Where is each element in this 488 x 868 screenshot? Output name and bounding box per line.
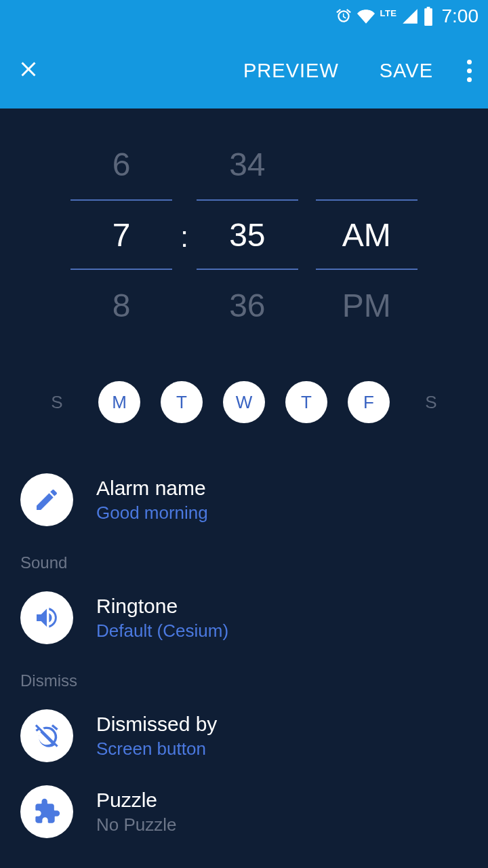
alarm-off-icon [20,709,73,762]
alarm-name-value: Good morning [96,502,468,524]
alarm-name-title: Alarm name [96,477,468,500]
puzzle-title: Puzzle [96,789,468,812]
status-bar: LTE 7:00 [0,0,488,33]
day-2[interactable]: T [161,381,203,423]
ringtone-row[interactable]: Ringtone Default (Cesium) [20,582,468,658]
minute-wheel[interactable]: 34 35 36 [197,129,298,340]
ampm-selected: AM [316,199,418,270]
sound-header: Sound [20,540,468,582]
battery-icon [423,7,434,26]
puzzle-icon [20,785,73,838]
minute-prev: 34 [197,129,298,199]
day-6[interactable]: S [410,381,452,423]
app-bar: PREVIEW SAVE [0,33,488,108]
dismiss-header: Dismiss [20,658,468,700]
status-time: 7:00 [442,5,479,27]
ampm-wheel[interactable]: AM PM [316,129,418,340]
save-button[interactable]: SAVE [359,60,453,82]
ampm-prev [316,129,418,199]
signal-icon [401,7,419,25]
ringtone-value: Default (Cesium) [96,620,468,642]
settings-list: Alarm name Good morning Sound Ringtone D… [0,464,488,852]
day-0[interactable]: S [36,381,78,423]
preview-button[interactable]: PREVIEW [223,60,359,82]
pencil-icon [20,473,73,526]
time-colon: : [180,129,188,340]
alarm-icon [335,7,352,25]
day-4[interactable]: T [285,381,327,423]
day-1[interactable]: M [98,381,140,423]
puzzle-value: No Puzzle [96,814,468,835]
dismissed-by-value: Screen button [96,738,468,760]
time-picker[interactable]: 6 7 8 : 34 35 36 AM PM [0,108,488,381]
day-3[interactable]: W [223,381,265,423]
minute-next: 36 [197,270,298,340]
hour-wheel[interactable]: 6 7 8 [70,129,172,340]
hour-selected: 7 [70,199,172,270]
days-row: SMTWTFS [0,381,488,464]
overflow-icon[interactable] [453,60,472,82]
network-label: LTE [380,8,396,18]
ampm-next: PM [316,270,418,340]
ringtone-title: Ringtone [96,595,468,618]
hour-prev: 6 [70,129,172,199]
close-icon[interactable] [16,57,41,84]
alarm-name-row[interactable]: Alarm name Good morning [20,464,468,540]
wifi-icon [357,7,375,25]
minute-selected: 35 [197,199,298,270]
puzzle-row[interactable]: Puzzle No Puzzle [20,776,468,852]
speaker-icon [20,591,73,644]
dismissed-by-title: Dismissed by [96,713,468,736]
dismissed-by-row[interactable]: Dismissed by Screen button [20,700,468,776]
hour-next: 8 [70,270,172,340]
day-5[interactable]: F [348,381,390,423]
